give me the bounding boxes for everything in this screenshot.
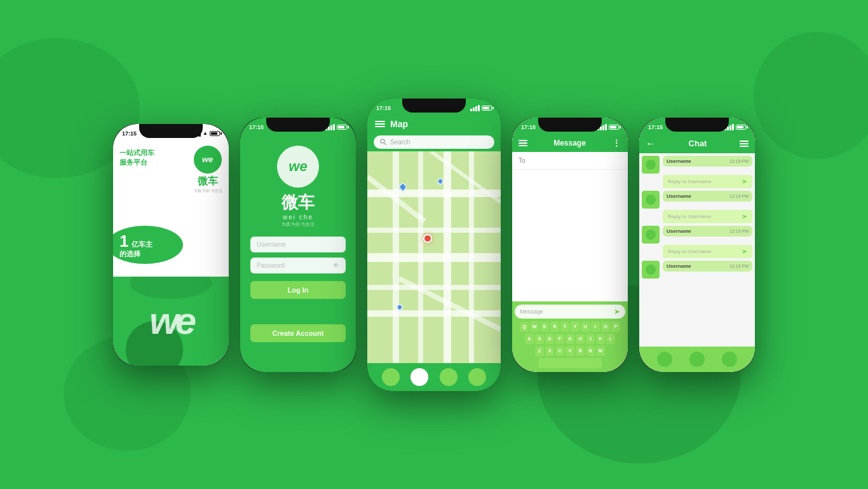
map-pin-blue-3 [397, 304, 404, 313]
key-W[interactable]: W [530, 322, 539, 332]
key-N[interactable]: N [586, 346, 595, 356]
create-account-button[interactable]: Create Account [250, 324, 346, 342]
reply-arrow-3[interactable]: ➤ [742, 247, 747, 256]
key-T[interactable]: T [560, 322, 569, 332]
map-area [367, 151, 501, 363]
key-K[interactable]: K [596, 334, 605, 344]
login-brand-slogan: 为真·为你·为生活 [281, 221, 315, 228]
svg-line-1 [384, 143, 386, 145]
reply-arrow-2[interactable]: ➤ [742, 212, 747, 221]
key-S[interactable]: S [535, 334, 544, 344]
chat-nav-dot-3[interactable] [722, 352, 737, 367]
key-Y[interactable]: Y [571, 322, 580, 332]
status-icons-3 [470, 105, 492, 111]
splash-logo-area: we 微车 为真·为你·为生活 [194, 146, 222, 194]
login-button[interactable]: Log In [250, 281, 346, 299]
key-I[interactable]: I [591, 322, 600, 332]
avatar-2 [642, 191, 660, 209]
battery-icon-2 [337, 125, 347, 130]
chat-bubble-3: Username 12:19 PM [663, 226, 752, 237]
key-E[interactable]: E [540, 322, 549, 332]
oval-top [130, 277, 212, 299]
message-input[interactable]: Message ➤ [515, 305, 625, 319]
chat-username-2: Username [667, 193, 691, 199]
chat-username-3: Username [667, 228, 691, 234]
hamburger-icon-4[interactable] [519, 140, 527, 146]
key-D[interactable]: D [545, 334, 554, 344]
map-search-bar[interactable]: Search [374, 135, 494, 149]
svg-rect-4 [367, 253, 501, 262]
reply-arrow-1[interactable]: ➤ [742, 177, 747, 186]
notch-4 [538, 118, 602, 132]
menu-icon-5[interactable] [740, 141, 749, 147]
key-J[interactable]: J [586, 334, 595, 344]
login-brand-en: wei che [283, 214, 313, 221]
key-O[interactable]: O [601, 322, 610, 332]
key-V[interactable]: V [566, 346, 574, 356]
notch-1 [139, 124, 203, 138]
chat-bubble-2: Username 12:19 PM [663, 191, 752, 202]
login-brand-cn: 微车 [281, 191, 315, 214]
chat-item-4: Username 12:19 PM [642, 261, 752, 279]
status-time-5: 17:15 [648, 124, 663, 130]
phone-message: 17:15 [512, 118, 628, 372]
send-icon[interactable]: ➤ [614, 307, 620, 316]
reply-text-3: Reply to Username [668, 249, 711, 254]
login-content: we 微车 wei che 为真·为你·为生活 Username Passwor… [240, 134, 356, 372]
login-logo-circle: we [277, 146, 319, 188]
key-Z[interactable]: Z [535, 346, 544, 356]
svg-rect-6 [367, 310, 501, 317]
chat-nav-dot-2[interactable] [689, 352, 705, 367]
chat-time-1: 12:19 PM [729, 159, 749, 163]
username-field[interactable]: Username [250, 237, 346, 252]
number-text: 1 亿车主 的选择 [119, 233, 153, 259]
key-space[interactable] [538, 358, 602, 368]
key-R[interactable]: R [550, 322, 559, 332]
map-pin-blue-1 [399, 183, 408, 195]
key-G[interactable]: G [566, 334, 574, 344]
password-field[interactable]: Password 👁 [250, 258, 346, 273]
svg-point-0 [381, 139, 384, 143]
key-A[interactable]: A [525, 334, 534, 344]
hamburger-icon[interactable] [375, 121, 385, 127]
key-C[interactable]: C [555, 346, 564, 356]
map-bottom-nav [367, 363, 501, 391]
to-field: To [512, 152, 628, 170]
keyboard-row-1: Q W E R T Y U I O P [515, 322, 625, 332]
key-H[interactable]: H [576, 334, 585, 344]
back-arrow-icon[interactable]: ← [646, 138, 656, 149]
chat-time-2: 12:19 PM [729, 194, 749, 198]
search-icon [380, 139, 386, 145]
notch-5 [665, 118, 729, 132]
key-M[interactable]: M [596, 346, 605, 356]
nav-dot-1[interactable] [382, 368, 400, 386]
eye-icon: 👁 [333, 262, 339, 269]
we-big-logo: we [149, 299, 193, 343]
message-body [512, 170, 628, 301]
dots-menu-4[interactable]: ⋮ [612, 138, 621, 148]
phone-map: 17:15 [367, 99, 501, 391]
battery-icon-3 [482, 106, 492, 111]
chat-item-3: Username 12:19 PM Reply to Username ➤ [642, 226, 752, 258]
key-F[interactable]: F [555, 334, 564, 344]
nav-dot-3[interactable] [440, 368, 458, 386]
chat-item-1: Username 12:19 PM Reply to Username ➤ [642, 156, 752, 188]
key-Q[interactable]: Q [520, 322, 529, 332]
chat-bubble-4: Username 12:19 PM [663, 261, 752, 272]
nav-dot-2-active[interactable] [410, 368, 428, 386]
key-P[interactable]: P [611, 322, 620, 332]
keyboard-row-space [515, 358, 625, 368]
svg-rect-3 [367, 228, 501, 233]
key-B[interactable]: B [576, 346, 585, 356]
key-X[interactable]: X [545, 346, 554, 356]
phone-login: 17:15 we 微车 [240, 118, 356, 372]
avatar-4 [642, 261, 660, 279]
key-U[interactable]: U [581, 322, 590, 332]
nav-dot-4[interactable] [468, 368, 486, 386]
brand-cn-1: 微车 [194, 175, 222, 188]
search-placeholder: Search [390, 139, 410, 146]
wifi-icon-1: ▲ [203, 130, 208, 136]
key-L[interactable]: L [606, 334, 615, 344]
we-logo-text: we [202, 155, 213, 164]
chat-nav-dot-1[interactable] [657, 352, 672, 367]
